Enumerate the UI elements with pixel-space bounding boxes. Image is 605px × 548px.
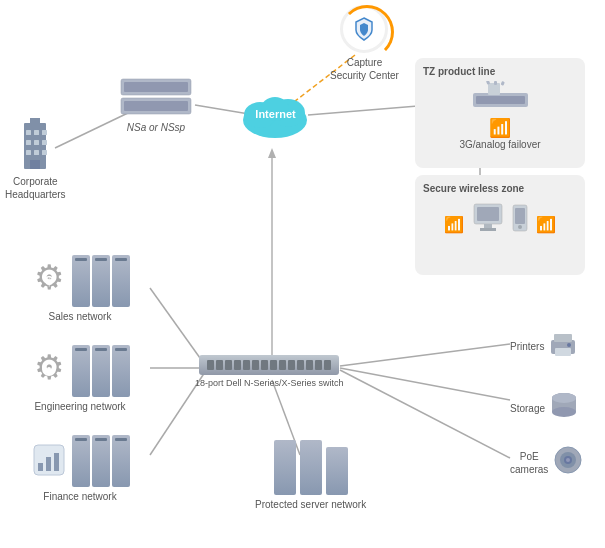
wireless-title: Secure wireless zone [423, 183, 524, 194]
network-diagram: Capture Security Center Corporate [0, 0, 605, 548]
svg-rect-59 [555, 348, 571, 356]
svg-point-64 [552, 393, 576, 403]
svg-rect-36 [476, 96, 525, 104]
svg-rect-44 [480, 228, 496, 231]
sales-label: Sales network [49, 310, 112, 323]
svg-rect-22 [42, 140, 47, 145]
cloud-icon: Internet [238, 85, 313, 140]
phone-device [512, 204, 528, 234]
engineering-label: Engineering network [34, 400, 125, 413]
monitor-device [472, 202, 504, 234]
protected-server-node: Protected server network [255, 440, 366, 511]
switch-device-icon [199, 355, 339, 375]
svg-rect-54 [38, 463, 43, 471]
nsa-label: NSa or NSsp [127, 121, 185, 134]
svg-rect-42 [477, 207, 499, 221]
corporate-node: Corporate Headquarters [5, 118, 66, 201]
svg-point-63 [552, 407, 576, 417]
engineering-node: ⚙ Engineering network [30, 345, 130, 413]
svg-rect-26 [30, 160, 40, 169]
poe-label: PoE cameras [510, 450, 548, 476]
svg-rect-56 [54, 453, 59, 471]
wifi-icon-right: 📶 [536, 215, 556, 234]
storage-label: Storage [510, 402, 545, 415]
storage-node: Storage [510, 390, 578, 424]
printer-icon [549, 330, 577, 360]
poe-cameras-node: PoE cameras [510, 445, 583, 477]
protected-label: Protected server network [255, 498, 366, 511]
wifi-failover-icon: 📶 [489, 117, 511, 139]
failover-label: 3G/analog failover [459, 139, 540, 150]
tz-product-box: TZ product line 📶 3G/analog failover [415, 58, 585, 168]
svg-point-60 [567, 343, 571, 347]
svg-rect-58 [554, 334, 572, 342]
svg-point-68 [566, 458, 570, 462]
svg-line-12 [340, 368, 510, 400]
svg-rect-55 [46, 457, 51, 471]
nsa-node: NSa or NSsp [120, 78, 192, 134]
building-icon [16, 118, 54, 172]
security-center-label: Capture Security Center [330, 56, 399, 82]
svg-line-7 [150, 288, 205, 365]
svg-rect-40 [500, 81, 504, 86]
internet-label: Internet [255, 107, 295, 119]
wifi-icon-left: 📶 [444, 215, 464, 234]
svg-rect-17 [26, 130, 31, 135]
finance-node: Finance network [30, 435, 130, 503]
svg-marker-4 [268, 148, 276, 158]
svg-rect-30 [124, 101, 188, 111]
finance-label: Finance network [43, 490, 116, 503]
svg-line-2 [308, 105, 430, 115]
svg-point-47 [518, 225, 522, 229]
poe-group: PoE cameras [510, 445, 583, 477]
svg-rect-20 [26, 140, 31, 145]
svg-rect-28 [124, 82, 188, 92]
svg-rect-23 [26, 150, 31, 155]
svg-rect-25 [42, 150, 47, 155]
svg-rect-18 [34, 130, 39, 135]
printers-node: Printers [510, 330, 577, 360]
sales-servers [72, 255, 130, 307]
finance-servers [72, 435, 130, 487]
switch-node: 18-port Dell N-Series/X-Series switch [195, 355, 344, 390]
wireless-zone-box: Secure wireless zone 📶 📶 [415, 175, 585, 275]
sales-node: ⚙ $ Sales network [30, 255, 130, 323]
sales-group: ⚙ $ [30, 255, 130, 307]
svg-point-52 [47, 367, 51, 371]
internet-cloud-node: Internet [238, 85, 313, 140]
printers-label: Printers [510, 340, 544, 353]
nsa-device-icon [120, 78, 192, 118]
storage-group: Storage [510, 390, 578, 424]
security-center-icon [340, 5, 388, 53]
engineering-servers [72, 345, 130, 397]
svg-rect-21 [34, 140, 39, 145]
storage-icon [550, 390, 578, 424]
sales-gear-icon: ⚙ $ [30, 261, 68, 301]
failover-group: 📶 3G/analog failover [459, 117, 540, 150]
corporate-label: Corporate Headquarters [5, 175, 66, 201]
svg-rect-39 [494, 81, 497, 85]
finance-chart-icon [30, 441, 68, 481]
svg-text:$: $ [45, 273, 53, 288]
svg-rect-37 [488, 83, 500, 95]
engineering-gear-icon: ⚙ [30, 351, 68, 391]
svg-rect-16 [30, 118, 40, 126]
svg-rect-24 [34, 150, 39, 155]
security-center-node: Capture Security Center [330, 5, 399, 82]
svg-line-0 [55, 112, 130, 148]
finance-group [30, 435, 130, 487]
wireless-devices: 📶 📶 [444, 202, 556, 234]
tz-title: TZ product line [423, 66, 495, 77]
printers-group: Printers [510, 330, 577, 360]
camera-icon [553, 445, 583, 477]
svg-rect-46 [515, 208, 525, 224]
protected-servers-icon [274, 440, 348, 495]
switch-label: 18-port Dell N-Series/X-Series switch [195, 378, 344, 390]
tz-router-icon [468, 81, 533, 113]
svg-rect-19 [42, 130, 47, 135]
svg-line-11 [340, 344, 510, 366]
engineering-group: ⚙ [30, 345, 130, 397]
